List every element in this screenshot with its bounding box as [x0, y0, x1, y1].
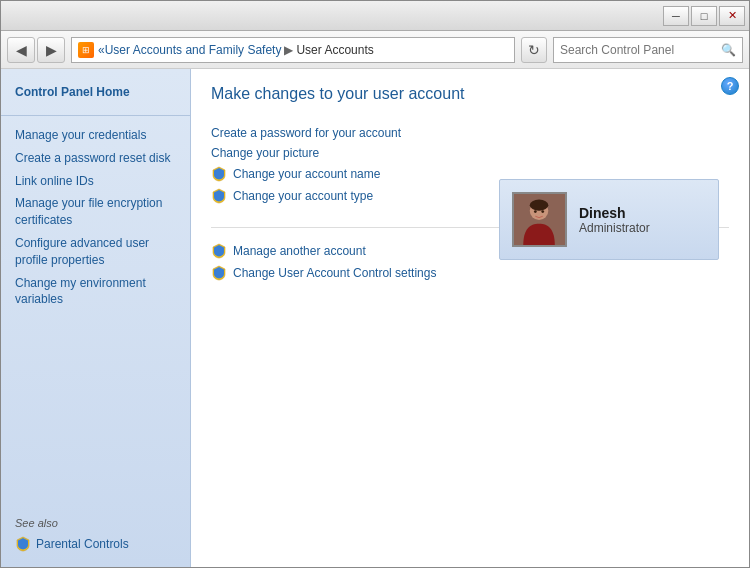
- sidebar-spacer: [1, 311, 190, 509]
- breadcrumb-segment2: User Accounts: [296, 43, 373, 57]
- parental-controls-label: Parental Controls: [36, 537, 129, 551]
- search-input[interactable]: [560, 43, 717, 57]
- content-area: Control Panel Home Manage your credentia…: [1, 69, 749, 567]
- user-role: Administrator: [579, 221, 650, 235]
- create-password-link[interactable]: Create a password for your account: [211, 126, 401, 140]
- avatar: [512, 192, 567, 247]
- change-name-link[interactable]: Change your account name: [233, 167, 380, 181]
- refresh-button[interactable]: ↻: [521, 37, 547, 63]
- sidebar-item-advanced-profile[interactable]: Configure advanced user profile properti…: [1, 232, 190, 272]
- title-bar-buttons: ─ □ ✕: [663, 6, 745, 26]
- main-panel: ? Make changes to your user account Crea…: [191, 69, 749, 567]
- action-uac-settings: Change User Account Control settings: [211, 262, 729, 284]
- sidebar-divider: [1, 115, 190, 116]
- close-button[interactable]: ✕: [719, 6, 745, 26]
- breadcrumb-bar: ⊞ « User Accounts and Family Safety ▶ Us…: [71, 37, 515, 63]
- svg-point-2: [530, 200, 549, 211]
- sidebar: Control Panel Home Manage your credentia…: [1, 69, 191, 567]
- title-bar: ─ □ ✕: [1, 1, 749, 31]
- window: ─ □ ✕ ◀ ▶ ⊞ « User Accounts and Family S…: [0, 0, 750, 568]
- help-icon[interactable]: ?: [721, 77, 739, 95]
- manage-account-shield-icon: [211, 243, 227, 259]
- back-button[interactable]: ◀: [7, 37, 35, 63]
- svg-point-4: [541, 210, 544, 213]
- breadcrumb-icon: ⊞: [78, 42, 94, 58]
- action-change-picture: Change your picture: [211, 143, 729, 163]
- address-bar: ◀ ▶ ⊞ « User Accounts and Family Safety …: [1, 31, 749, 69]
- svg-point-3: [534, 210, 537, 213]
- change-type-shield-icon: [211, 188, 227, 204]
- action-create-password: Create a password for your account: [211, 123, 729, 143]
- sidebar-item-environment-variables[interactable]: Change my environment variables: [1, 272, 190, 312]
- uac-shield-icon: [211, 265, 227, 281]
- page-title: Make changes to your user account: [211, 85, 729, 103]
- maximize-button[interactable]: □: [691, 6, 717, 26]
- parental-controls-shield-icon: [15, 536, 31, 552]
- forward-button[interactable]: ▶: [37, 37, 65, 63]
- breadcrumb-prefix[interactable]: «: [98, 43, 105, 57]
- avatar-image: [514, 192, 565, 247]
- sidebar-item-manage-credentials[interactable]: Manage your credentials: [1, 124, 190, 147]
- user-card: Dinesh Administrator: [499, 179, 719, 260]
- user-info: Dinesh Administrator: [579, 205, 650, 235]
- nav-buttons: ◀ ▶: [7, 37, 65, 63]
- sidebar-item-link-online-ids[interactable]: Link online IDs: [1, 170, 190, 193]
- manage-another-link[interactable]: Manage another account: [233, 244, 366, 258]
- sidebar-home-link[interactable]: Control Panel Home: [1, 81, 190, 111]
- sidebar-item-file-encryption[interactable]: Manage your file encryption certificates: [1, 192, 190, 232]
- sidebar-item-password-reset-disk[interactable]: Create a password reset disk: [1, 147, 190, 170]
- change-picture-link[interactable]: Change your picture: [211, 146, 319, 160]
- user-name: Dinesh: [579, 205, 650, 221]
- breadcrumb-separator: ▶: [284, 43, 293, 57]
- minimize-button[interactable]: ─: [663, 6, 689, 26]
- change-type-link[interactable]: Change your account type: [233, 189, 373, 203]
- change-name-shield-icon: [211, 166, 227, 182]
- sidebar-parental-controls[interactable]: Parental Controls: [1, 533, 190, 555]
- search-box[interactable]: 🔍: [553, 37, 743, 63]
- breadcrumb-segment1[interactable]: User Accounts and Family Safety: [105, 43, 282, 57]
- search-icon[interactable]: 🔍: [721, 43, 736, 57]
- uac-settings-link[interactable]: Change User Account Control settings: [233, 266, 436, 280]
- sidebar-see-also-label: See also: [1, 509, 190, 533]
